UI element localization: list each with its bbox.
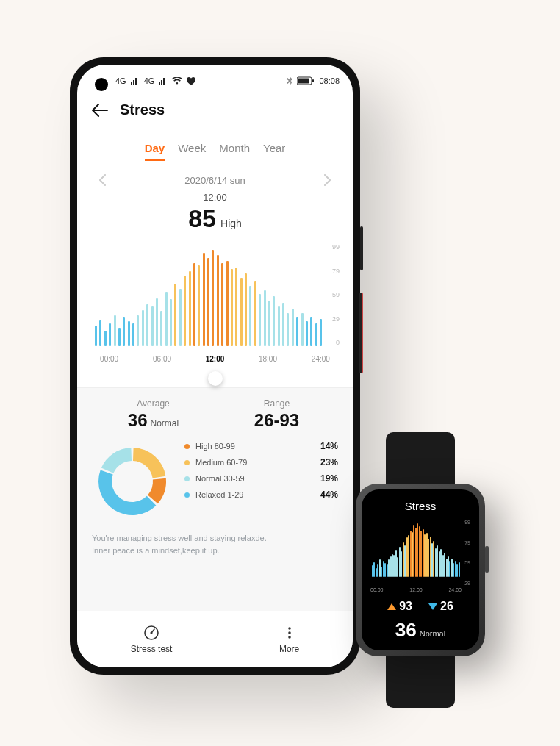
- selected-level: High: [220, 218, 242, 229]
- watch-chart-bar: [384, 563, 386, 577]
- gauge-icon: [143, 625, 159, 641]
- chart-bar: [315, 323, 317, 346]
- donut-segment-normal: [101, 448, 132, 473]
- watch-chart-bar: [444, 553, 445, 577]
- chart-bar: [151, 306, 154, 346]
- more-icon: [281, 625, 298, 641]
- chart-bar: [156, 298, 158, 346]
- svg-rect-2: [312, 79, 314, 82]
- legend-pct-relaxed: 44%: [320, 489, 338, 500]
- w-x-label: 24:00: [448, 587, 462, 592]
- w-y-label: 79: [464, 540, 470, 545]
- tab-day[interactable]: Day: [145, 142, 165, 161]
- chart-bar: [118, 328, 121, 346]
- watch-chart-bar: [440, 549, 442, 577]
- legend-dot-medium: [184, 460, 190, 465]
- phone-side-button-top: [360, 226, 363, 270]
- signal-icon-2: [159, 77, 168, 85]
- tab-week[interactable]: Week: [178, 142, 206, 161]
- legend-label-high: High 80-99: [195, 442, 315, 451]
- date-prev-button[interactable]: [99, 174, 107, 186]
- watch-average: 36 Normal: [369, 619, 472, 642]
- chart-bar: [104, 331, 107, 346]
- back-button[interactable]: [92, 104, 108, 117]
- chart-bar: [310, 317, 312, 346]
- watch-chart: 99 79 59 29: [370, 520, 470, 586]
- tip-line2: Inner peace is a mindset,keep it up.: [92, 545, 338, 557]
- x-label: 06:00: [153, 355, 171, 363]
- chart-bar: [217, 255, 219, 346]
- status-time: 08:08: [319, 76, 340, 85]
- chart-bar: [301, 313, 304, 346]
- bottom-bar: Stress test More: [77, 611, 353, 667]
- chart-bar: [254, 281, 256, 346]
- watch-minmax-row: 93 26: [369, 600, 472, 613]
- more-button[interactable]: More: [279, 625, 299, 654]
- triangle-down-icon: [428, 603, 437, 610]
- watch-max: 93: [387, 600, 412, 613]
- legend-dot-high: [184, 444, 190, 449]
- chart-bar: [99, 320, 101, 346]
- x-label: 18:00: [259, 355, 277, 363]
- watch-y-axis: 99 79 59 29: [464, 520, 470, 586]
- y-label: 29: [332, 315, 340, 323]
- chart-bar: [278, 306, 280, 346]
- chart-bar: [184, 276, 186, 346]
- watch-chart-bar: [404, 545, 406, 577]
- legend-dot-relaxed: [184, 492, 190, 498]
- stats-panel: Average 36 Normal Range 26-93: [77, 387, 353, 611]
- chart-bar: [198, 265, 200, 346]
- slider-knob[interactable]: [208, 371, 223, 386]
- tab-month[interactable]: Month: [219, 142, 250, 161]
- time-slider[interactable]: 00:00 06:00 12:00 18:00 24:00: [95, 354, 335, 387]
- triangle-up-icon: [387, 603, 396, 610]
- average-label: Average: [137, 398, 169, 409]
- stress-test-button[interactable]: Stress test: [131, 625, 173, 654]
- chart-bar: [221, 263, 223, 346]
- chart-bar: [292, 309, 294, 346]
- stress-chart[interactable]: 99 79 59 29 0: [90, 243, 340, 346]
- y-label: 59: [332, 291, 340, 298]
- legend-dot-normal: [184, 476, 190, 481]
- chart-bar: [109, 323, 111, 346]
- signal-icon: [131, 77, 140, 85]
- chart-bar: [320, 319, 322, 346]
- tip-line1: You're managing stress well and staying …: [92, 532, 338, 545]
- svg-point-6: [288, 631, 291, 634]
- selected-reading: 12:00 85 High: [77, 192, 353, 233]
- chart-bar: [137, 315, 139, 346]
- chart-bar: [245, 273, 247, 346]
- range-block: Range 26-93: [215, 398, 338, 431]
- legend-pct-high: 14%: [320, 441, 338, 451]
- date-next-button[interactable]: [323, 174, 331, 186]
- watch-chart-bar: [388, 559, 390, 577]
- chart-bar: [296, 317, 298, 346]
- date-navigator: 2020/6/14 sun: [77, 161, 353, 186]
- watch-chart-bar: [459, 562, 460, 577]
- phone-screen: 4G 4G 08:08 Stress Day Week Mo: [77, 65, 353, 667]
- watch-chart-bar: [456, 564, 458, 577]
- watch-chart-bar: [428, 539, 429, 577]
- donut-segment-medium: [133, 448, 165, 478]
- watch-min-value: 26: [440, 600, 453, 612]
- x-label-selected: 12:00: [206, 355, 225, 363]
- chart-bar: [165, 292, 168, 346]
- range-tabs: Day Week Month Year: [77, 127, 353, 161]
- page-title: Stress: [120, 101, 165, 118]
- chart-bar: [123, 317, 125, 346]
- watch-x-axis: 00:00 12:00 24:00: [370, 587, 462, 592]
- front-camera-punchhole: [95, 78, 108, 91]
- chart-bar: [273, 296, 275, 346]
- chart-y-axis: 99 79 59 29 0: [332, 243, 340, 346]
- watch-strap-bottom: [386, 656, 455, 708]
- chart-bar: [132, 323, 134, 346]
- tab-year[interactable]: Year: [263, 142, 285, 161]
- wifi-icon: [172, 77, 182, 85]
- range-label: Range: [264, 398, 290, 409]
- donut-segment-relaxed: [98, 470, 156, 515]
- watch-chart-bar: [424, 534, 426, 577]
- selected-value: 85: [188, 204, 216, 233]
- watch-chart-bars: [372, 520, 460, 577]
- chart-bar: [128, 321, 130, 346]
- watch-crown: [485, 546, 489, 573]
